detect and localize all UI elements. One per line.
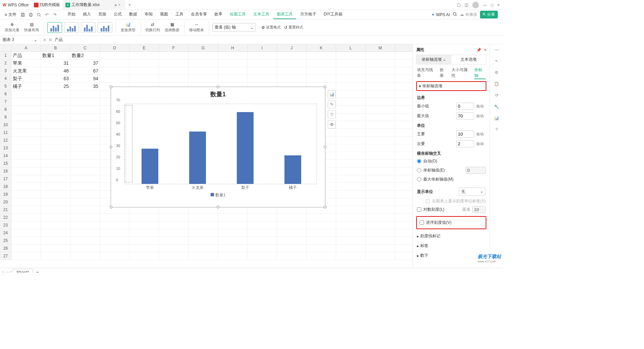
cell[interactable]: [11, 113, 41, 121]
cell[interactable]: [11, 237, 41, 244]
avatar[interactable]: [472, 2, 479, 8]
cell[interactable]: [41, 191, 70, 198]
ribbon-reset-style[interactable]: ↺重置样式: [284, 25, 303, 30]
cell[interactable]: [41, 221, 70, 229]
cell[interactable]: [41, 198, 70, 206]
cell[interactable]: [366, 59, 395, 67]
row-header[interactable]: 13: [0, 144, 11, 152]
row-header[interactable]: 1: [0, 52, 11, 59]
cell[interactable]: [159, 214, 189, 221]
cell[interactable]: [366, 137, 395, 144]
menu-formula[interactable]: 公式: [110, 10, 125, 19]
cell[interactable]: [307, 67, 336, 74]
radio-input[interactable]: [417, 168, 421, 172]
chart-legend[interactable]: 数量1: [111, 192, 325, 198]
section-tick-marks[interactable]: ▸ 刻度线标记: [416, 231, 486, 241]
cell[interactable]: [159, 252, 189, 260]
cell[interactable]: [11, 183, 41, 190]
next-sheet-icon[interactable]: ›: [7, 270, 8, 273]
cube-icon[interactable]: ◫: [465, 3, 468, 7]
cell[interactable]: [70, 198, 100, 206]
menu-tools[interactable]: 工具: [172, 10, 187, 19]
cell[interactable]: 63: [41, 75, 70, 82]
name-box[interactable]: 图表 3⌄: [0, 37, 40, 43]
menu-texttools[interactable]: 文本工具: [250, 10, 273, 19]
cell[interactable]: [366, 175, 395, 183]
cell[interactable]: [366, 221, 395, 229]
redo-icon[interactable]: ↷: [51, 11, 59, 18]
cell[interactable]: [41, 245, 70, 252]
cell[interactable]: [366, 214, 395, 221]
resize-handle[interactable]: [324, 146, 326, 148]
cell[interactable]: [11, 167, 41, 175]
row-header[interactable]: 27: [0, 252, 11, 260]
log-scale-check[interactable]: 对数刻度(L)基准: [416, 205, 486, 214]
cell[interactable]: [336, 252, 366, 260]
cell[interactable]: [41, 206, 70, 213]
cell[interactable]: [336, 83, 366, 90]
cell[interactable]: [41, 214, 70, 221]
cell[interactable]: [11, 121, 41, 129]
checkbox-input[interactable]: [417, 207, 421, 212]
cell[interactable]: [248, 229, 277, 237]
sheet-tab-sheet1[interactable]: Sheet1: [13, 269, 33, 272]
cell[interactable]: [11, 106, 41, 113]
column-header[interactable]: A: [11, 44, 41, 51]
subtab-size[interactable]: 大小与属性: [451, 67, 470, 79]
search-icon[interactable]: [452, 12, 457, 17]
cell[interactable]: [248, 59, 277, 67]
cell[interactable]: [336, 113, 366, 121]
last-sheet-icon[interactable]: ›|: [9, 270, 11, 273]
cell[interactable]: [366, 129, 395, 136]
cross-max-radio[interactable]: 最大坐标轴值(M): [416, 175, 486, 184]
first-sheet-icon[interactable]: |‹: [2, 270, 4, 273]
chart-settings-button[interactable]: ⚙: [328, 120, 336, 129]
cell[interactable]: [189, 59, 218, 67]
prev-sheet-icon[interactable]: ‹: [5, 270, 6, 273]
resize-handle[interactable]: [110, 86, 112, 88]
chart-style-2[interactable]: [64, 22, 79, 33]
cell[interactable]: [100, 214, 129, 221]
cell[interactable]: [11, 229, 41, 237]
cell[interactable]: [11, 214, 41, 221]
cell[interactable]: [218, 252, 248, 260]
cell[interactable]: 67: [70, 67, 100, 74]
cell[interactable]: [366, 75, 395, 82]
cell[interactable]: [70, 160, 100, 167]
cell[interactable]: [307, 214, 336, 221]
cell[interactable]: [70, 175, 100, 183]
chart-style-button[interactable]: ✎: [328, 100, 336, 108]
menu-charttools[interactable]: 图表工具: [273, 10, 296, 19]
cell[interactable]: [41, 167, 70, 175]
min-input[interactable]: [456, 103, 474, 110]
cell[interactable]: [70, 144, 100, 152]
cell[interactable]: [41, 175, 70, 183]
cell[interactable]: [129, 245, 159, 252]
cell[interactable]: [336, 175, 366, 183]
cell[interactable]: [41, 252, 70, 260]
cell[interactable]: [277, 245, 307, 252]
file-menu[interactable]: ≡ 文件: [3, 12, 18, 17]
row-header[interactable]: 22: [0, 214, 11, 221]
cell[interactable]: [70, 214, 100, 221]
cell[interactable]: [336, 67, 366, 74]
cell[interactable]: [336, 52, 366, 59]
axis-select-dropdown[interactable]: 垂直 (值) 轴⌄: [212, 23, 256, 32]
row-header[interactable]: 8: [0, 106, 11, 113]
cell[interactable]: [336, 144, 366, 152]
preview-icon[interactable]: [35, 11, 43, 18]
share-button[interactable]: ⇱ 分享: [480, 11, 498, 18]
cell[interactable]: [307, 229, 336, 237]
cell[interactable]: 数量2: [70, 52, 100, 59]
cell[interactable]: [159, 221, 189, 229]
cell[interactable]: [336, 59, 366, 67]
fx-icon[interactable]: fx: [49, 38, 52, 42]
cell[interactable]: [129, 67, 159, 74]
cell[interactable]: [366, 183, 395, 190]
cell[interactable]: [11, 152, 41, 159]
cell[interactable]: [189, 229, 218, 237]
cell[interactable]: [11, 98, 41, 105]
resize-handle[interactable]: [110, 146, 112, 148]
cell[interactable]: 25: [41, 83, 70, 90]
resize-handle[interactable]: [217, 206, 219, 208]
